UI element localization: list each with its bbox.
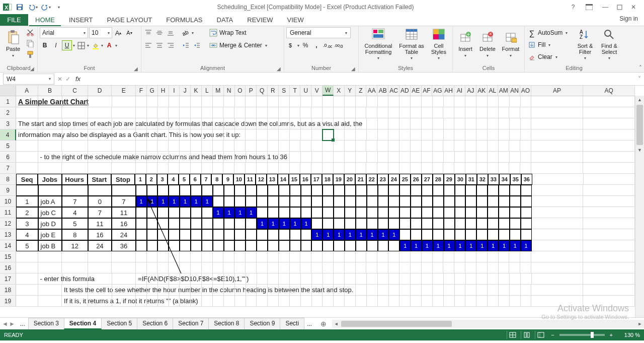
cell[interactable] [224,96,235,107]
cell[interactable] [279,129,290,141]
cell[interactable] [488,141,499,152]
row-header[interactable]: 1 [0,96,16,107]
cell[interactable] [257,163,268,174]
cell[interactable] [268,207,279,218]
cell[interactable] [224,285,235,296]
cell[interactable] [16,273,38,285]
enter-formula-icon[interactable]: ✓ [65,76,70,83]
cell[interactable] [367,273,378,285]
cell[interactable] [532,273,584,285]
cell[interactable] [213,196,224,207]
cell[interactable] [488,251,499,262]
cell[interactable] [224,118,235,129]
cell[interactable] [279,240,290,251]
cell[interactable] [88,96,112,107]
cell[interactable] [367,96,378,107]
cell[interactable] [499,218,510,229]
cell[interactable] [334,129,345,141]
cell[interactable] [499,273,510,285]
cell[interactable] [411,262,422,273]
cell[interactable] [510,285,521,296]
cell[interactable] [411,196,422,207]
cell[interactable] [521,273,532,285]
cell[interactable] [377,251,388,262]
cell[interactable] [223,262,234,273]
cell[interactable] [499,118,510,129]
cell[interactable]: 4 [62,207,88,218]
cell[interactable] [377,262,388,273]
cell[interactable] [38,107,62,118]
cell[interactable] [488,196,499,207]
cell[interactable] [311,163,323,174]
row-header[interactable]: 9 [0,185,16,196]
cell[interactable]: 1 [213,207,224,218]
cell[interactable]: 1 [422,240,433,251]
cell[interactable] [180,141,191,152]
column-header[interactable]: G [147,86,158,96]
sort-filter-button[interactable]: AZ Sort & Filter▾ [574,27,596,60]
cell[interactable] [433,96,444,107]
cell[interactable]: 36 [112,240,136,251]
cell[interactable] [112,152,136,163]
cell[interactable] [323,262,334,273]
cell[interactable] [301,152,312,163]
cell[interactable] [443,107,454,118]
sheet-tab[interactable]: Section 9 [244,318,280,329]
cell[interactable] [323,251,334,262]
cell[interactable] [388,196,399,207]
cell[interactable] [378,96,389,107]
cell[interactable] [279,196,290,207]
cell[interactable] [388,207,399,218]
cell[interactable] [147,152,158,163]
cell[interactable] [169,285,180,296]
cell[interactable] [147,296,158,307]
cell[interactable] [521,218,532,229]
cell[interactable] [16,185,38,196]
cell[interactable] [422,207,433,218]
cell[interactable]: 1 [224,207,235,218]
sheet-tab[interactable]: Section 5 [101,318,137,329]
cell[interactable] [147,218,158,229]
cell[interactable] [257,262,268,273]
cell[interactable] [422,152,433,163]
cell[interactable]: 13 [267,174,278,185]
cell[interactable] [38,251,62,262]
cell[interactable]: 1 [378,229,389,240]
cell[interactable] [465,285,476,296]
sheet-nav-prev-icon[interactable]: ◄ [2,320,8,327]
cell[interactable] [246,285,257,296]
cell[interactable] [16,163,38,174]
cell[interactable] [399,218,411,229]
cell[interactable] [268,163,279,174]
cell[interactable]: 16 [112,218,136,229]
cell[interactable] [521,229,532,240]
cell[interactable] [246,218,257,229]
cell[interactable]: 1 [444,240,455,251]
sheet-tab[interactable]: Secti [280,318,304,329]
cell[interactable] [112,251,136,262]
cell[interactable] [157,185,169,196]
cell[interactable] [180,163,191,174]
decrease-decimal-icon[interactable]: .00.0 [334,40,344,50]
cell[interactable] [345,273,356,285]
cell[interactable] [246,229,257,240]
cell[interactable]: 1 [433,240,444,251]
file-tab[interactable]: FILE [0,14,28,26]
cell[interactable] [422,273,433,285]
cell[interactable] [268,96,279,107]
cell[interactable] [234,262,246,273]
cell[interactable] [367,185,378,196]
cell[interactable] [356,118,367,129]
cell[interactable] [180,185,191,196]
cell[interactable] [583,107,635,118]
cell[interactable] [366,107,377,118]
cell[interactable]: It tests the cell to see whether the hou… [62,285,88,296]
cell[interactable] [246,152,257,163]
cell[interactable] [389,296,400,307]
cell[interactable] [433,118,444,129]
cell[interactable] [136,152,147,163]
cell[interactable]: 18 [322,174,333,185]
cell[interactable] [465,229,476,240]
cell[interactable] [136,218,147,229]
cell[interactable] [136,185,147,196]
